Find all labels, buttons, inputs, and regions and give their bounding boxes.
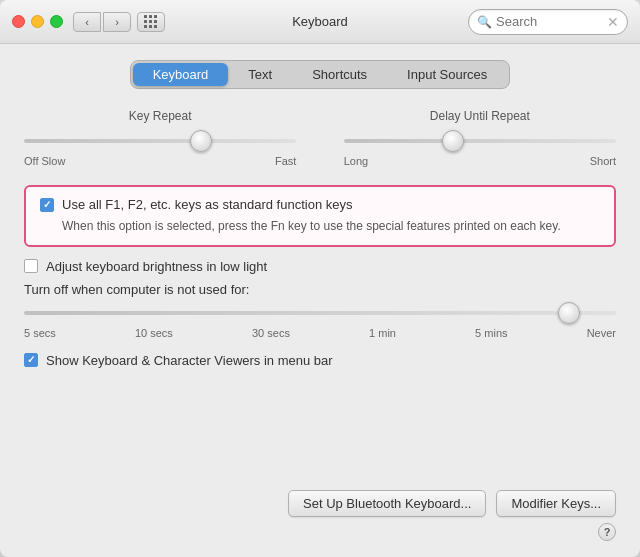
- turn-off-label-4: 5 mins: [475, 327, 507, 339]
- delay-repeat-track: [344, 139, 616, 143]
- fn-keys-box: ✓ Use all F1, F2, etc. keys as standard …: [24, 185, 616, 247]
- bottom-buttons: Set Up Bluetooth Keyboard... Modifier Ke…: [24, 490, 616, 517]
- keyboard-window: ‹ › Keyboard 🔍 ✕ Keyboard Text Shortcuts…: [0, 0, 640, 557]
- forward-button[interactable]: ›: [103, 12, 131, 32]
- check-icon: ✓: [43, 200, 51, 210]
- turn-off-label-3: 1 min: [369, 327, 396, 339]
- tab-bar: Keyboard Text Shortcuts Input Sources: [130, 60, 511, 89]
- grid-icon: [144, 15, 158, 29]
- key-repeat-label: Key Repeat: [129, 109, 192, 123]
- key-repeat-slider[interactable]: [24, 131, 296, 151]
- help-button[interactable]: ?: [598, 523, 616, 541]
- bluetooth-keyboard-button[interactable]: Set Up Bluetooth Keyboard...: [288, 490, 486, 517]
- close-button[interactable]: [12, 15, 25, 28]
- turn-off-thumb[interactable]: [558, 302, 580, 324]
- show-keyboard-checkbox[interactable]: ✓: [24, 353, 38, 367]
- show-keyboard-label: Show Keyboard & Character Viewers in men…: [46, 353, 333, 368]
- key-repeat-group: Key Repeat Off Slow Fast: [24, 109, 296, 167]
- minimize-button[interactable]: [31, 15, 44, 28]
- tab-keyboard[interactable]: Keyboard: [133, 63, 229, 86]
- delay-repeat-labels: Long Short: [344, 155, 616, 167]
- back-button[interactable]: ‹: [73, 12, 101, 32]
- turn-off-label-5: Never: [587, 327, 616, 339]
- tab-text[interactable]: Text: [228, 63, 292, 86]
- turn-off-label-0: 5 secs: [24, 327, 56, 339]
- maximize-button[interactable]: [50, 15, 63, 28]
- nav-buttons: ‹ ›: [73, 12, 131, 32]
- key-repeat-track: [24, 139, 296, 143]
- sliders-row: Key Repeat Off Slow Fast Delay Until Rep…: [24, 109, 616, 167]
- turn-off-label-1: 10 secs: [135, 327, 173, 339]
- delay-repeat-thumb[interactable]: [442, 130, 464, 152]
- brightness-row: Adjust keyboard brightness in low light: [24, 259, 616, 274]
- delay-repeat-left-label: Long: [344, 155, 368, 167]
- turn-off-labels: 5 secs 10 secs 30 secs 1 min 5 mins Neve…: [24, 327, 616, 339]
- turn-off-label: Turn off when computer is not used for:: [24, 282, 616, 297]
- traffic-lights: [12, 15, 63, 28]
- search-bar[interactable]: 🔍 ✕: [468, 9, 628, 35]
- delay-repeat-group: Delay Until Repeat Long Short: [344, 109, 616, 167]
- key-repeat-labels: Off Slow Fast: [24, 155, 296, 167]
- grid-button[interactable]: [137, 12, 165, 32]
- key-repeat-right-label: Fast: [275, 155, 296, 167]
- fn-keys-checkbox[interactable]: ✓: [40, 198, 54, 212]
- turn-off-label-2: 30 secs: [252, 327, 290, 339]
- search-input[interactable]: [496, 14, 605, 29]
- fn-keys-title-row: ✓ Use all F1, F2, etc. keys as standard …: [40, 197, 600, 212]
- delay-repeat-right-label: Short: [590, 155, 616, 167]
- search-icon: 🔍: [477, 15, 492, 29]
- title-bar: ‹ › Keyboard 🔍 ✕: [0, 0, 640, 44]
- fn-keys-title: Use all F1, F2, etc. keys as standard fu…: [62, 197, 352, 212]
- content-area: Keyboard Text Shortcuts Input Sources Ke…: [0, 44, 640, 557]
- fn-keys-description: When this option is selected, press the …: [62, 218, 600, 235]
- turn-off-slider-group: 5 secs 10 secs 30 secs 1 min 5 mins Neve…: [24, 303, 616, 339]
- delay-repeat-label: Delay Until Repeat: [430, 109, 530, 123]
- turn-off-track: [24, 311, 616, 315]
- search-clear-icon[interactable]: ✕: [607, 14, 619, 30]
- turn-off-slider[interactable]: [24, 303, 616, 323]
- key-repeat-thumb[interactable]: [190, 130, 212, 152]
- help-row: ?: [24, 523, 616, 541]
- modifier-keys-button[interactable]: Modifier Keys...: [496, 490, 616, 517]
- tab-shortcuts[interactable]: Shortcuts: [292, 63, 387, 86]
- brightness-checkbox[interactable]: [24, 259, 38, 273]
- brightness-label: Adjust keyboard brightness in low light: [46, 259, 267, 274]
- key-repeat-left-label: Off Slow: [24, 155, 65, 167]
- show-keyboard-row: ✓ Show Keyboard & Character Viewers in m…: [24, 353, 616, 368]
- window-title: Keyboard: [292, 14, 348, 29]
- check-icon-2: ✓: [27, 355, 35, 365]
- delay-repeat-slider[interactable]: [344, 131, 616, 151]
- tab-input-sources[interactable]: Input Sources: [387, 63, 507, 86]
